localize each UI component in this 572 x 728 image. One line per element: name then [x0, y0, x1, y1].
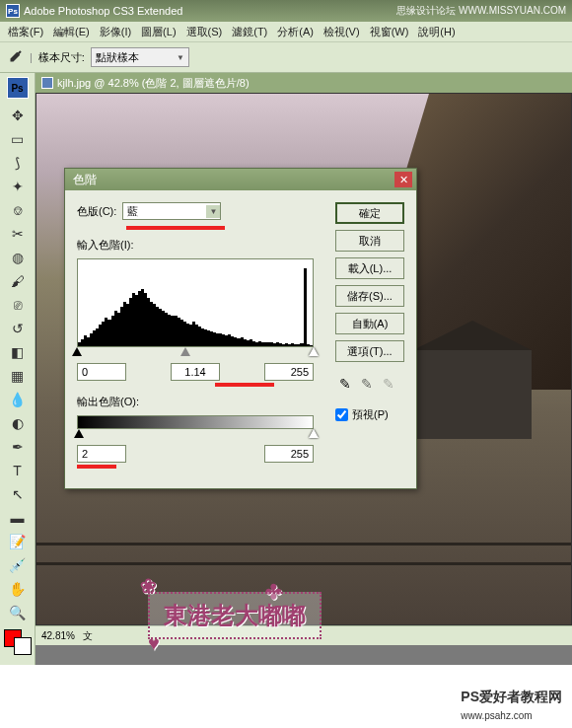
output-slider[interactable] [77, 429, 314, 441]
annotation-line [126, 226, 225, 230]
lasso-tool[interactable]: ⟆ [6, 152, 30, 174]
zoom-level[interactable]: 42.81% [41, 630, 75, 641]
channel-label: 色版(C): [77, 204, 116, 219]
zoom-tool[interactable]: 🔍 [6, 602, 30, 623]
document-titlebar: kjlh.jpg @ 42.8% (色階 2, 圖層遮色片/8) [36, 73, 572, 93]
background-color[interactable] [14, 637, 32, 655]
output-white-slider[interactable] [309, 429, 319, 438]
status-text: 文 [83, 629, 93, 643]
annotation-line [77, 465, 116, 469]
heart-icon: ♥ [148, 632, 160, 655]
menu-image[interactable]: 影像(I) [96, 23, 135, 41]
dialog-title: 色階 [73, 172, 97, 188]
options-bar: | 樣本尺寸: 點狀樣本 [0, 41, 572, 73]
menu-file[interactable]: 檔案(F) [4, 23, 47, 41]
header-watermark: 思缘设计论坛 WWW.MISSYUAN.COM [396, 4, 566, 18]
menu-layer[interactable]: 圖層(L) [137, 23, 179, 41]
color-swatches[interactable] [4, 629, 32, 649]
load-button[interactable]: 載入(L)... [335, 257, 404, 279]
menu-analysis[interactable]: 分析(A) [273, 23, 318, 41]
brush-tool[interactable]: 🖌 [6, 270, 30, 292]
sample-size-label: 樣本尺寸: [38, 50, 85, 65]
stamp-tool[interactable]: ⎚ [6, 294, 30, 316]
menubar: 檔案(F) 編輯(E) 影像(I) 圖層(L) 選取(S) 濾鏡(T) 分析(A… [0, 22, 572, 41]
preview-checkbox[interactable] [335, 408, 348, 421]
annotation-line [215, 383, 274, 387]
history-brush-tool[interactable]: ↺ [6, 318, 30, 339]
menu-window[interactable]: 視窗(W) [366, 23, 413, 41]
mid-point-slider[interactable] [180, 347, 190, 356]
tools-panel: Ps ✥ ▭ ⟆ ✦ ⎊ ✂ ◍ 🖌 ⎚ ↺ ◧ ▦ 💧 ◐ ✒ T ↖ ▬ 📝… [0, 73, 36, 665]
output-gradient [77, 415, 314, 429]
shape-tool[interactable]: ▬ [6, 507, 30, 529]
output-black-field[interactable] [77, 445, 126, 463]
white-point-slider[interactable] [309, 347, 319, 356]
blur-tool[interactable]: 💧 [6, 389, 30, 410]
white-eyedropper-icon[interactable]: ✎ [383, 376, 400, 394]
heal-tool[interactable]: ◍ [6, 247, 30, 268]
output-white-field[interactable] [264, 445, 314, 463]
levels-dialog: 色階 ✕ 色版(C): 藍 輸入色階(I): 輸 [64, 168, 417, 489]
histogram [77, 258, 314, 347]
notes-tool[interactable]: 📝 [6, 531, 30, 552]
document-title: kjlh.jpg @ 42.8% (色階 2, 圖層遮色片/8) [57, 76, 250, 91]
type-tool[interactable]: T [6, 460, 30, 481]
app-title: Adobe Photoshop CS3 Extended [24, 5, 182, 17]
footer-watermark: PS爱好者教程网 www.psahz.com [461, 689, 562, 722]
preview-checkbox-label[interactable]: 預視(P) [335, 407, 404, 422]
ps-icon: Ps [7, 77, 29, 99]
hand-tool[interactable]: ✋ [6, 578, 30, 600]
input-mid-field[interactable] [171, 363, 220, 381]
crop-tool[interactable]: ⎊ [6, 199, 30, 221]
save-button[interactable]: 儲存(S)... [335, 285, 404, 307]
gradient-tool[interactable]: ▦ [6, 365, 30, 387]
eyedropper-icon [6, 48, 24, 66]
doc-icon [41, 77, 53, 89]
decoration-text: 東港老大嘟嘟 [164, 602, 306, 628]
wand-tool[interactable]: ✦ [6, 176, 30, 197]
eyedropper-group: ✎ ✎ ✎ [335, 376, 404, 394]
menu-help[interactable]: 說明(H) [414, 23, 459, 41]
output-levels-label: 輸出色階(O): [77, 395, 139, 409]
options-button[interactable]: 選項(T)... [335, 340, 404, 362]
menu-view[interactable]: 檢視(V) [320, 23, 364, 41]
dialog-titlebar[interactable]: 色階 ✕ [65, 169, 416, 190]
app-titlebar: Ps Adobe Photoshop CS3 Extended 思缘设计论坛 W… [0, 0, 572, 22]
image-content [36, 562, 571, 565]
eyedropper-tool[interactable]: 💉 [6, 554, 30, 576]
image-content [36, 543, 571, 546]
app-logo: Ps [6, 4, 20, 18]
input-slider[interactable] [77, 347, 314, 359]
input-levels-label: 輸入色階(I): [77, 238, 133, 253]
watermark-decoration: ❀ ✤ 東港老大嘟嘟 ♥ [148, 592, 322, 639]
move-tool[interactable]: ✥ [6, 105, 30, 126]
path-tool[interactable]: ↖ [6, 483, 30, 505]
channel-select[interactable]: 藍 [122, 202, 221, 220]
menu-select[interactable]: 選取(S) [182, 23, 227, 41]
black-eyedropper-icon[interactable]: ✎ [339, 376, 357, 394]
image-content [413, 350, 532, 439]
menu-edit[interactable]: 編輯(E) [49, 23, 94, 41]
dodge-tool[interactable]: ◐ [6, 412, 30, 434]
eraser-tool[interactable]: ◧ [6, 341, 30, 363]
auto-button[interactable]: 自動(A) [335, 313, 404, 334]
gray-eyedropper-icon[interactable]: ✎ [361, 376, 379, 394]
input-black-field[interactable] [77, 363, 126, 381]
close-button[interactable]: ✕ [394, 172, 412, 187]
ok-button[interactable]: 確定 [335, 202, 404, 224]
cancel-button[interactable]: 取消 [335, 230, 404, 252]
pen-tool[interactable]: ✒ [6, 436, 30, 458]
slice-tool[interactable]: ✂ [6, 223, 30, 245]
input-white-field[interactable] [264, 363, 314, 381]
marquee-tool[interactable]: ▭ [6, 128, 30, 150]
output-black-slider[interactable] [74, 429, 84, 438]
menu-filter[interactable]: 濾鏡(T) [228, 23, 271, 41]
sample-size-select[interactable]: 點狀樣本 [91, 47, 189, 67]
black-point-slider[interactable] [72, 347, 82, 356]
